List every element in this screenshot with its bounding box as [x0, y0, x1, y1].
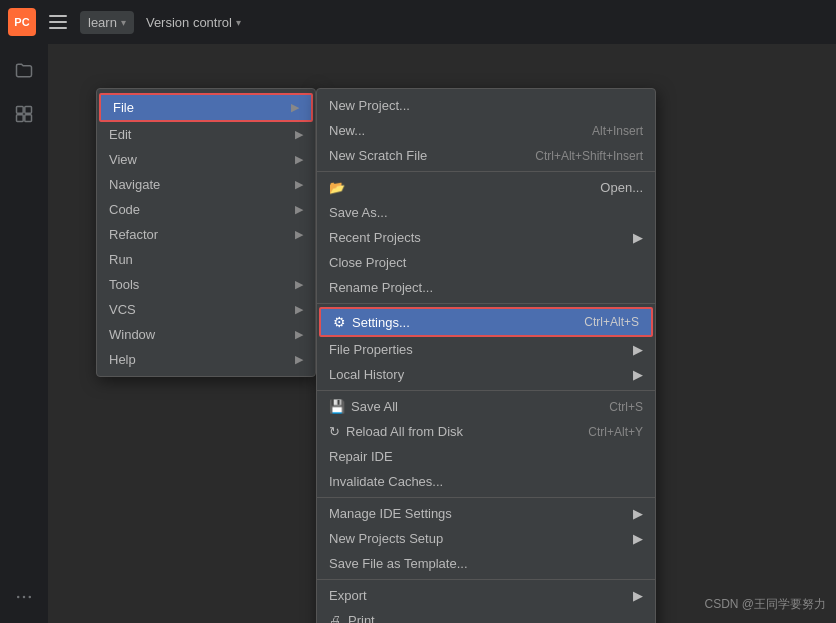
- submenu-item-print[interactable]: 🖨 Print...: [317, 608, 655, 623]
- menu-item-vcs[interactable]: VCS ▶: [97, 297, 315, 322]
- menu-item-window-arrow-icon: ▶: [295, 328, 303, 341]
- submenu-item-reload-all-shortcut: Ctrl+Alt+Y: [588, 425, 643, 439]
- menu-item-tools-arrow-icon: ▶: [295, 278, 303, 291]
- separator-4: [317, 497, 655, 498]
- menu-item-tools-label: Tools: [109, 277, 139, 292]
- menu-item-refactor-arrow-icon: ▶: [295, 228, 303, 241]
- submenu-item-settings-shortcut: Ctrl+Alt+S: [584, 315, 639, 329]
- submenu-item-manage-ide[interactable]: Manage IDE Settings ▶: [317, 501, 655, 526]
- menu-item-window-label: Window: [109, 327, 155, 342]
- submenu-item-export[interactable]: Export ▶: [317, 583, 655, 608]
- menu-item-help[interactable]: Help ▶: [97, 347, 315, 372]
- submenu-item-repair-ide-label: Repair IDE: [329, 449, 393, 464]
- svg-rect-0: [17, 107, 24, 114]
- version-control-chevron-icon: ▾: [236, 17, 241, 28]
- submenu-item-save-as[interactable]: Save As...: [317, 200, 655, 225]
- separator-5: [317, 579, 655, 580]
- hamburger-line-3: [49, 27, 67, 29]
- menu-item-refactor[interactable]: Refactor ▶: [97, 222, 315, 247]
- menu-item-navigate[interactable]: Navigate ▶: [97, 172, 315, 197]
- menu-item-help-arrow-icon: ▶: [295, 353, 303, 366]
- submenu-item-recent-projects-arrow-icon: ▶: [633, 230, 643, 245]
- watermark: CSDN @王同学要努力: [704, 596, 826, 613]
- svg-rect-2: [17, 115, 24, 122]
- menu-item-view[interactable]: View ▶: [97, 147, 315, 172]
- submenu-item-local-history[interactable]: Local History ▶: [317, 362, 655, 387]
- reload-icon: ↻: [329, 424, 340, 439]
- svg-point-6: [29, 596, 32, 599]
- menu-item-edit[interactable]: Edit ▶: [97, 122, 315, 147]
- submenu-item-file-properties-arrow-icon: ▶: [633, 342, 643, 357]
- menu-item-code-label: Code: [109, 202, 140, 217]
- submenu-item-close-project[interactable]: Close Project: [317, 250, 655, 275]
- submenu-item-new-project-label: New Project...: [329, 98, 410, 113]
- submenu-item-reload-all-label: Reload All from Disk: [346, 424, 463, 439]
- menu-item-edit-label: Edit: [109, 127, 131, 142]
- submenu-item-new[interactable]: New... Alt+Insert: [317, 118, 655, 143]
- main-layout: File ▶ Edit ▶ View ▶ Navigate ▶ Code ▶ R…: [0, 44, 836, 623]
- submenu-item-save-all[interactable]: 💾 Save All Ctrl+S: [317, 394, 655, 419]
- menu-item-run-label: Run: [109, 252, 133, 267]
- submenu-item-rename-project[interactable]: Rename Project...: [317, 275, 655, 300]
- sidebar-icon-folder[interactable]: [6, 52, 42, 88]
- submenu-item-invalidate-caches[interactable]: Invalidate Caches...: [317, 469, 655, 494]
- menu-item-code[interactable]: Code ▶: [97, 197, 315, 222]
- save-all-icon: 💾: [329, 399, 345, 414]
- submenu-item-recent-projects[interactable]: Recent Projects ▶: [317, 225, 655, 250]
- print-icon: 🖨: [329, 613, 342, 623]
- menu-item-navigate-arrow-icon: ▶: [295, 178, 303, 191]
- submenu-item-local-history-label: Local History: [329, 367, 404, 382]
- version-control-button[interactable]: Version control ▾: [138, 11, 249, 34]
- menu-item-file-label: File: [113, 100, 134, 115]
- submenu-item-new-project[interactable]: New Project...: [317, 93, 655, 118]
- settings-gear-icon: ⚙: [333, 314, 346, 330]
- menu-item-edit-arrow-icon: ▶: [295, 128, 303, 141]
- submenu-item-file-properties[interactable]: File Properties ▶: [317, 337, 655, 362]
- submenu-item-new-scratch-shortcut: Ctrl+Alt+Shift+Insert: [535, 149, 643, 163]
- submenu-item-new-scratch[interactable]: New Scratch File Ctrl+Alt+Shift+Insert: [317, 143, 655, 168]
- menu-item-file-arrow-icon: ▶: [291, 101, 299, 114]
- submenu-item-open[interactable]: 📂 Open...: [317, 175, 655, 200]
- menu-item-run[interactable]: Run: [97, 247, 315, 272]
- submenu-item-new-projects-setup[interactable]: New Projects Setup ▶: [317, 526, 655, 551]
- menu-item-tools[interactable]: Tools ▶: [97, 272, 315, 297]
- submenu-item-new-projects-setup-label: New Projects Setup: [329, 531, 443, 546]
- hamburger-line-1: [49, 15, 67, 17]
- submenu-item-file-properties-label: File Properties: [329, 342, 413, 357]
- submenu-item-save-file-template-label: Save File as Template...: [329, 556, 468, 571]
- submenu-item-invalidate-caches-label: Invalidate Caches...: [329, 474, 443, 489]
- separator-1: [317, 171, 655, 172]
- project-name-label: learn: [88, 15, 117, 30]
- file-menu-dropdown: File ▶ Edit ▶ View ▶ Navigate ▶ Code ▶ R…: [96, 88, 316, 377]
- submenu-item-save-all-label: Save All: [351, 399, 398, 414]
- submenu-item-settings-label: Settings...: [352, 315, 410, 330]
- svg-point-4: [17, 596, 20, 599]
- svg-point-5: [23, 596, 26, 599]
- menu-item-help-label: Help: [109, 352, 136, 367]
- submenu-item-rename-project-label: Rename Project...: [329, 280, 433, 295]
- submenu-item-close-project-label: Close Project: [329, 255, 406, 270]
- titlebar: PC learn ▾ Version control ▾: [0, 0, 836, 44]
- version-control-label: Version control: [146, 15, 232, 30]
- project-name-button[interactable]: learn ▾: [80, 11, 134, 34]
- separator-2: [317, 303, 655, 304]
- menu-item-file[interactable]: File ▶: [99, 93, 313, 122]
- sidebar-icon-modules[interactable]: [6, 96, 42, 132]
- svg-rect-3: [25, 115, 32, 122]
- submenu-item-repair-ide[interactable]: Repair IDE: [317, 444, 655, 469]
- menu-item-view-label: View: [109, 152, 137, 167]
- submenu-item-print-label: Print...: [348, 613, 386, 623]
- submenu-item-settings[interactable]: ⚙ Settings... Ctrl+Alt+S: [319, 307, 653, 337]
- content-area: File ▶ Edit ▶ View ▶ Navigate ▶ Code ▶ R…: [48, 44, 836, 623]
- submenu-item-recent-projects-label: Recent Projects: [329, 230, 421, 245]
- submenu-item-new-projects-setup-arrow-icon: ▶: [633, 531, 643, 546]
- submenu-item-reload-all[interactable]: ↻ Reload All from Disk Ctrl+Alt+Y: [317, 419, 655, 444]
- hamburger-menu[interactable]: [44, 8, 72, 36]
- submenu-item-manage-ide-label: Manage IDE Settings: [329, 506, 452, 521]
- submenu-item-new-shortcut: Alt+Insert: [592, 124, 643, 138]
- menu-item-window[interactable]: Window ▶: [97, 322, 315, 347]
- sidebar-icon-more[interactable]: [6, 579, 42, 615]
- submenu-item-save-file-template[interactable]: Save File as Template...: [317, 551, 655, 576]
- titlebar-menu: learn ▾ Version control ▾: [80, 11, 249, 34]
- menu-item-code-arrow-icon: ▶: [295, 203, 303, 216]
